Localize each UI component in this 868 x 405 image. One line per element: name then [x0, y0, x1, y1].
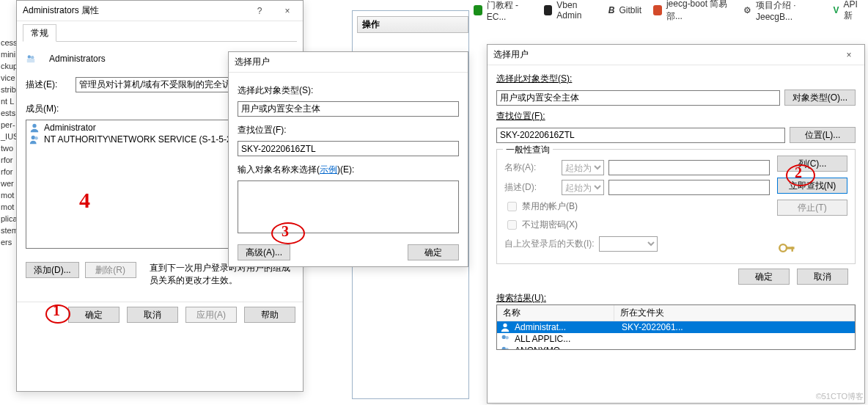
object-names-input[interactable]	[238, 180, 459, 233]
desc-filter-combo[interactable]: 起始为	[562, 180, 604, 195]
svg-point-4	[32, 136, 35, 139]
close-button[interactable]: ×	[276, 6, 298, 16]
desc-filter-input[interactable]	[608, 180, 770, 195]
dialog-title: Administrators 属性	[21, 4, 249, 17]
svg-point-9	[503, 324, 507, 327]
common-queries-group: 一般性查询 名称(A): 起始为 描述(D): 起始为 禁用的帐户(B) 不过期…	[496, 149, 856, 264]
sidebar-frag-item: strib	[0, 84, 16, 95]
ok-button[interactable]: 确定	[408, 244, 459, 260]
result-folder: SKY-2022061...	[622, 322, 683, 332]
user-icon	[29, 123, 40, 133]
sidebar-frag-item: per-	[0, 119, 16, 131]
add-member-button[interactable]: 添加(D)...	[26, 262, 79, 278]
sidebar-frag-item: plica	[0, 213, 16, 225]
bookmark-item[interactable]: Vben Admin	[544, 0, 597, 21]
bookmark-label: Gitblit	[619, 5, 641, 15]
search-results-label: 搜索结果(U):	[496, 293, 546, 303]
group-name-label: Administrators	[49, 54, 106, 64]
api-icon: V	[834, 5, 839, 15]
users-icon	[29, 134, 40, 145]
remove-member-button[interactable]: 删除(R)	[85, 262, 136, 278]
examples-link[interactable]: 示例	[320, 164, 337, 175]
help-button[interactable]: 帮助	[244, 307, 295, 323]
apply-button[interactable]: 应用(A)	[185, 307, 237, 323]
result-row[interactable]: ALL APPLIC...	[497, 333, 855, 345]
location-value: SKY-20220616ZTL	[496, 128, 785, 143]
enter-names-label: 输入对象名称来选择(示例)(E):	[238, 164, 354, 176]
bookmark-item[interactable]: VAPI 新	[834, 0, 864, 22]
location-label: 查找位置(F):	[238, 124, 287, 136]
tab-strip: 常规	[23, 24, 297, 42]
bookmark-item[interactable]: 门教程 - EC...	[474, 0, 532, 22]
bookmark-label: 项目介绍 · JeecgB...	[756, 0, 822, 22]
svg-point-11	[505, 336, 508, 339]
name-filter-combo[interactable]: 起始为	[562, 160, 604, 175]
bookmark-label: jeecg-boot 简易部...	[666, 0, 732, 23]
help-button[interactable]: ?	[249, 6, 271, 16]
cancel-button[interactable]: 取消	[797, 269, 848, 285]
col-name[interactable]: 名称	[497, 305, 614, 321]
non-expiring-pw-checkbox[interactable]: 不过期密码(X)	[504, 218, 770, 232]
result-row[interactable]: ANONYMO...	[497, 345, 855, 350]
col-folder[interactable]: 所在文件夹	[614, 305, 855, 321]
cancel-button[interactable]: 取消	[127, 307, 178, 323]
sidebar-frag-item: two	[0, 142, 16, 154]
ok-button[interactable]: 确定	[738, 269, 790, 285]
svg-point-12	[502, 347, 506, 350]
svg-point-5	[34, 136, 37, 139]
name-filter-label: 名称(A):	[504, 161, 557, 174]
users-icon	[500, 334, 510, 344]
svg-rect-8	[792, 247, 793, 252]
sidebar-frag-item: cess	[0, 37, 16, 48]
locations-button[interactable]: 位置(L)...	[790, 127, 856, 143]
ok-button[interactable]: 确定	[68, 307, 119, 323]
users-icon	[500, 346, 510, 350]
mmc-action-header: 操作	[357, 16, 468, 33]
bookmark-label: 门教程 - EC...	[487, 0, 532, 22]
find-now-button[interactable]: 立即查找(N)	[777, 178, 847, 194]
name-filter-input[interactable]	[608, 160, 770, 175]
sidebar-frag-item: stem	[0, 225, 16, 236]
location-value: SKY-20220616ZTL	[238, 141, 459, 156]
disabled-accounts-checkbox[interactable]: 禁用的帐户(B)	[504, 200, 770, 214]
sidebar-frag-item: _IUS	[0, 131, 16, 142]
members-label: 成员(M):	[26, 103, 59, 115]
sidebar-frag-item: ers	[0, 236, 16, 248]
tab-general[interactable]: 常规	[23, 24, 56, 42]
result-row[interactable]: Administrat... SKY-2022061...	[497, 321, 855, 333]
svg-point-10	[502, 335, 506, 339]
result-name: ALL APPLIC...	[515, 334, 617, 344]
search-key-icon	[777, 240, 796, 256]
sidebar-frag-item: ckup	[0, 60, 16, 72]
bookmark-label: API 新	[844, 0, 864, 22]
object-types-button[interactable]: 对象类型(O)...	[784, 90, 856, 106]
mmc-sidebar-fragment: cess mini ckup vice strib nt L ests per-…	[0, 37, 16, 248]
svg-point-3	[32, 124, 36, 128]
stop-button[interactable]: 停止(T)	[777, 200, 847, 216]
desc-label: 描述(E):	[26, 79, 71, 91]
sidebar-frag-item: mot	[0, 189, 16, 201]
gitblit-icon: B	[608, 5, 615, 15]
bookmark-item[interactable]: ⚙项目介绍 · JeecgB...	[743, 0, 822, 22]
columns-button[interactable]: 列(C)...	[777, 156, 847, 172]
results-header: 名称 所在文件夹	[497, 305, 855, 321]
browser-bookmarks-bar: 门教程 - EC... Vben Admin BGitblit jeecg-bo…	[469, 1, 868, 19]
sidebar-frag-item: nt L	[0, 95, 16, 107]
bookmark-item[interactable]: BGitblit	[608, 5, 641, 15]
bookmark-label: Vben Admin	[556, 0, 596, 21]
search-results-list[interactable]: 名称 所在文件夹 Administrat... SKY-2022061... A…	[496, 304, 856, 350]
location-label: 查找位置(F):	[496, 111, 545, 121]
user-icon	[500, 322, 510, 332]
sidebar-frag-item: rfor	[0, 154, 16, 166]
advanced-button[interactable]: 高级(A)...	[238, 244, 290, 260]
sidebar-frag-item: wer	[0, 178, 16, 189]
bookmark-item[interactable]: jeecg-boot 简易部...	[653, 0, 732, 23]
object-type-label: 选择此对象类型(S):	[496, 73, 572, 84]
member-text: Administrator	[44, 123, 96, 133]
last-login-combo[interactable]	[599, 236, 658, 252]
result-name: Administrat...	[515, 322, 617, 332]
object-type-value: 用户或内置安全主体	[496, 90, 780, 106]
groupbox-title: 一般性查询	[503, 144, 553, 156]
object-type-label: 选择此对象类型(S):	[238, 84, 313, 97]
close-button[interactable]: ×	[838, 50, 860, 60]
